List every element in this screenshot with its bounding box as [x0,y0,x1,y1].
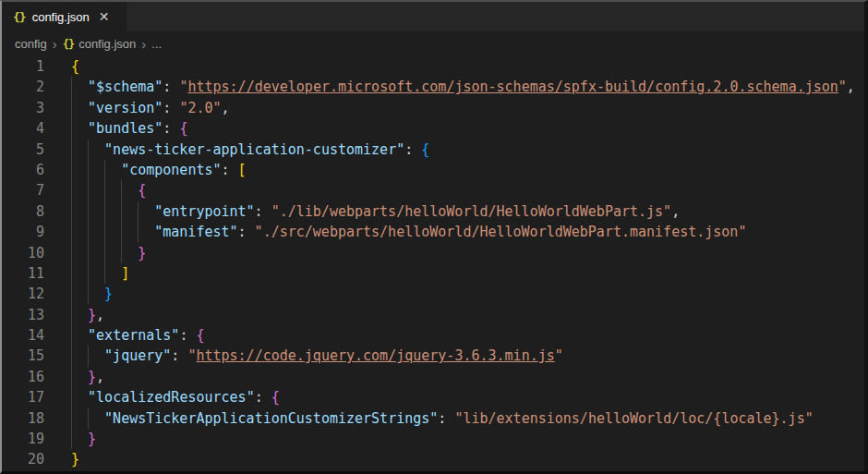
code-line[interactable]: 17"localizedResources": { [2,387,864,407]
line-number: 6 [2,160,44,180]
token-blue: } [104,284,113,304]
indent-guide [88,160,104,180]
token-key: "jquery" [104,346,171,366]
code-line[interactable]: 7{ [2,180,864,201]
code-text: } [71,284,113,304]
code-line[interactable]: 6"components": [ [2,160,864,180]
token-str: "./lib/webparts/helloWorld/HelloWorldWeb… [271,201,671,222]
tab-config-json[interactable]: {} config.json ✕ [2,2,127,31]
code-line[interactable]: 12} [2,284,864,304]
line-number: 9 [2,222,44,242]
token-str: "2.0" [179,98,221,118]
token-gold: ] [121,263,129,284]
indent-guide [88,284,104,304]
line-number: 14 [2,325,44,346]
json-file-icon: {} [13,10,26,24]
indent-guide [71,367,88,387]
token-key: "$schema" [88,77,163,97]
token-punct: , [96,367,104,387]
line-number: 18 [2,408,44,429]
code-text: "NewsTickerApplicationCustomizerStrings"… [71,408,814,429]
breadcrumb-item-folder[interactable]: config [15,37,47,51]
token-punct: : [163,98,179,118]
line-number: 4 [2,118,44,139]
code-line[interactable]: 15"jquery": "https://code.jquery.com/jqu… [2,346,864,366]
indent-guide [71,387,88,407]
token-punct: : [179,325,196,346]
code-line[interactable]: 5"news-ticker-application-customizer": { [2,140,864,160]
code-line[interactable]: 1{ [2,56,864,77]
breadcrumb-item-symbol[interactable]: ... [151,37,162,51]
indent-guide [71,408,88,429]
url-link[interactable]: https://developer.microsoft.com/json-sch… [187,77,838,97]
indent-guide [71,98,88,118]
token-key: "version" [88,98,163,118]
token-key: "components" [121,160,221,180]
code-text: "jquery": "https://code.jquery.com/jquer… [71,346,563,366]
indent-guide [104,243,121,263]
token-punct: , [96,305,104,325]
line-number: 5 [2,140,44,160]
tab-bar: {} config.json ✕ [2,2,864,31]
line-number: 15 [2,346,44,366]
indent-guide [71,263,88,284]
indent-guide [71,325,88,346]
code-editor[interactable]: 1{2"$schema": "https://developer.microso… [2,56,864,471]
code-text: "entrypoint": "./lib/webparts/helloWorld… [71,201,680,222]
code-line[interactable]: 16}, [2,367,864,387]
code-line[interactable]: 14"externals": { [2,325,864,346]
code-line[interactable]: 20} [2,449,864,469]
token-pink: { [179,118,187,139]
code-line[interactable]: 3"version": "2.0", [2,98,864,118]
code-line[interactable]: 19} [2,429,864,449]
token-str: " [838,77,847,97]
indent-guide [71,118,88,139]
indent-guide [71,140,88,160]
token-punct: : [238,222,255,242]
indent-guide [71,346,88,366]
close-icon[interactable]: ✕ [99,10,110,23]
token-punct: , [847,77,855,97]
code-text: } [71,243,146,263]
token-key: "entrypoint" [154,201,254,222]
code-line[interactable]: 10} [2,243,864,263]
indent-guide [121,243,138,263]
code-text: } [71,449,79,469]
chevron-right-icon: › [53,37,57,51]
json-file-icon: {} [63,38,74,51]
indent-guide [104,180,121,201]
line-number: 20 [2,449,44,469]
code-line[interactable]: 8"entrypoint": "./lib/webparts/helloWorl… [2,201,864,222]
token-punct: , [222,98,230,118]
token-pink: { [271,387,280,407]
token-key: "bundles" [88,118,163,139]
indent-guide [121,222,138,242]
code-line[interactable]: 13}, [2,305,864,325]
token-str: "lib/extensions/helloWorld/loc/{locale}.… [454,408,813,429]
indent-guide [88,346,104,366]
code-line[interactable]: 11] [2,263,864,284]
indent-guide [71,77,88,97]
code-line[interactable]: 4"bundles": { [2,118,864,139]
token-punct: : [255,201,271,222]
token-pink: } [88,367,96,387]
indent-guide [71,305,88,325]
indent-guide [104,201,121,222]
token-punct: : [163,77,179,97]
code-line[interactable]: 18"NewsTickerApplicationCustomizerString… [2,408,864,429]
code-line[interactable]: 9"manifest": "./src/webparts/helloWorld/… [2,222,864,242]
indent-guide [71,180,88,201]
code-line[interactable]: 2"$schema": "https://developer.microsoft… [2,77,864,97]
breadcrumb-item-file[interactable]: config.json [78,37,136,51]
token-key: "localizedResources" [88,387,255,407]
url-link[interactable]: https://code.jquery.com/jquery-3.6.3.min… [196,346,554,366]
vscode-window: {} config.json ✕ config › {} config.json… [0,0,868,474]
token-punct: : [255,387,271,407]
token-key: "externals" [88,325,179,346]
code-text: "news-ticker-application-customizer": { [71,140,429,160]
token-pink: { [138,180,146,201]
line-number: 19 [2,429,44,449]
token-str: "./src/webparts/helloWorld/HelloWorldWeb… [255,222,747,242]
indent-guide [71,429,88,449]
indent-guide [104,160,121,180]
